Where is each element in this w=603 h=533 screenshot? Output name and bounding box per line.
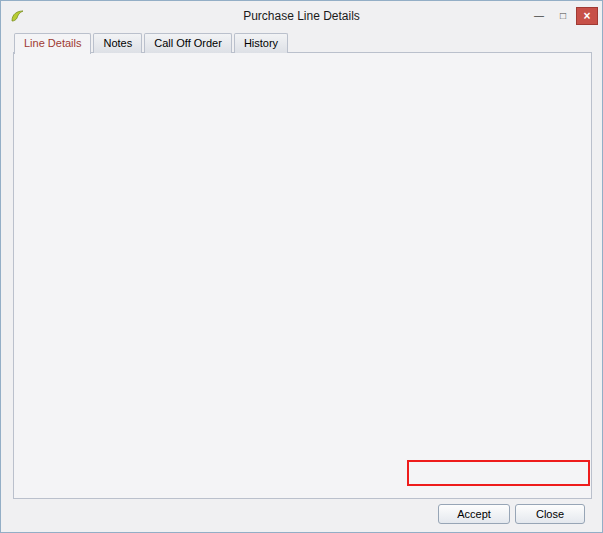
- tab-call-off-order[interactable]: Call Off Order: [144, 33, 232, 53]
- tab-line-details[interactable]: Line Details: [14, 33, 91, 54]
- tab-notes[interactable]: Notes: [93, 33, 142, 53]
- accept-button[interactable]: Accept: [438, 504, 510, 524]
- maximize-icon[interactable]: □: [552, 7, 574, 25]
- close-icon[interactable]: ×: [576, 7, 598, 25]
- tab-page-line-details: [13, 52, 592, 499]
- tab-history[interactable]: History: [234, 33, 288, 53]
- highlight-rectangle: [407, 460, 590, 486]
- minimize-icon[interactable]: —: [528, 7, 550, 25]
- close-button[interactable]: Close: [515, 504, 585, 524]
- window-title: Purchase Line Details: [1, 9, 602, 23]
- title-bar[interactable]: Purchase Line Details — □ ×: [1, 1, 602, 31]
- tab-strip: Line Details Notes Call Off Order Histor…: [14, 33, 290, 54]
- dialog-purchase-line-details: Purchase Line Details — □ × Line Details…: [0, 0, 603, 533]
